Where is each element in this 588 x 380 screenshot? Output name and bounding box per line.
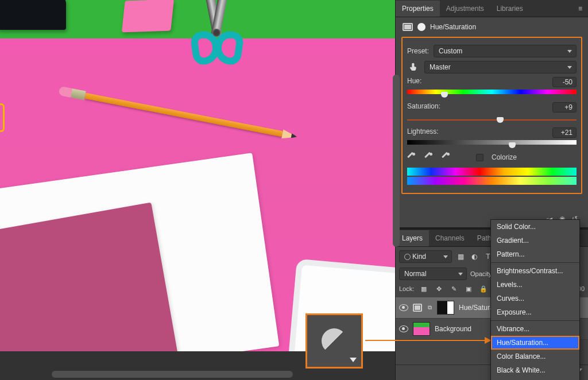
- lock-all-icon[interactable]: 🔒: [478, 284, 489, 294]
- lock-move-icon[interactable]: ✥: [434, 284, 444, 294]
- lock-label: Lock:: [399, 285, 414, 292]
- hue-slider[interactable]: Hue: -50: [407, 77, 577, 95]
- spectrum-after: [407, 177, 577, 185]
- saturation-slider[interactable]: Saturation: +9: [407, 102, 577, 121]
- hue-label: Hue:: [407, 77, 421, 87]
- saturation-label: Saturation:: [407, 102, 440, 113]
- properties-highlight-box: Preset: Custom Master Hue: -50: [401, 37, 582, 194]
- adjustment-type-header: Hue/Saturation: [401, 22, 582, 37]
- eyedropper-icon[interactable]: [408, 153, 417, 162]
- document-canvas[interactable]: [0, 0, 395, 351]
- menu-separator: [491, 320, 579, 321]
- menu-item[interactable]: Brightness/Contrast...: [491, 264, 579, 278]
- menu-item[interactable]: Solid Color...: [491, 220, 579, 234]
- adjustment-layer-icon: [413, 304, 422, 312]
- lock-transparent-icon[interactable]: ▩: [419, 284, 429, 294]
- lock-image-icon[interactable]: ✎: [448, 284, 459, 294]
- image-scissors: [178, 0, 253, 73]
- menu-item[interactable]: Black & White...: [491, 363, 579, 377]
- menu-item[interactable]: Pattern...: [491, 247, 579, 261]
- link-icon[interactable]: ⧉: [427, 304, 432, 311]
- panel-menu-icon[interactable]: ≡: [572, 5, 588, 13]
- eyedropper-subtract-icon[interactable]: [443, 153, 452, 162]
- lock-artboard-icon[interactable]: ▣: [463, 284, 474, 294]
- image-pink-paper: [0, 203, 179, 351]
- saturation-value[interactable]: +9: [552, 102, 577, 113]
- properties-tabs: Properties Adjustments Libraries ≡: [396, 0, 588, 17]
- new-adjustment-layer-menu[interactable]: Solid Color...Gradient...Pattern...Brigh…: [490, 219, 580, 380]
- menu-item[interactable]: Photo Filter...: [491, 377, 579, 380]
- image-content: [0, 0, 395, 351]
- preset-dropdown[interactable]: Custom: [434, 45, 577, 57]
- visibility-icon[interactable]: [399, 303, 408, 312]
- tab-adjustments[interactable]: Adjustments: [440, 1, 490, 17]
- menu-item[interactable]: Hue/Saturation...: [491, 336, 579, 350]
- lightness-slider[interactable]: Lightness: +21: [407, 127, 577, 146]
- lightness-label: Lightness:: [407, 127, 439, 138]
- lightness-value[interactable]: +21: [552, 127, 577, 138]
- image-stapler: [0, 0, 66, 30]
- blend-mode-dropdown[interactable]: Normal: [399, 267, 467, 280]
- filter-pixel-icon[interactable]: ▦: [455, 251, 466, 262]
- tab-libraries[interactable]: Libraries: [490, 1, 529, 17]
- dropdown-caret-icon: [350, 358, 357, 362]
- hue-value[interactable]: -50: [552, 77, 577, 87]
- image-pencil: [84, 93, 283, 137]
- layer-thumbnail[interactable]: [413, 322, 430, 336]
- menu-item[interactable]: Curves...: [491, 292, 579, 305]
- tab-channels[interactable]: Channels: [429, 230, 471, 246]
- callout-adjustment-button: [305, 313, 363, 369]
- colorize-checkbox[interactable]: [476, 154, 483, 161]
- menu-item[interactable]: Gradient...: [491, 234, 579, 247]
- preset-label: Preset:: [407, 47, 429, 55]
- menu-item[interactable]: Color Balance...: [491, 350, 579, 363]
- layer-name[interactable]: Background: [435, 325, 471, 333]
- adjustment-title: Hue/Saturation: [430, 23, 476, 31]
- layer-filter-kind[interactable]: Kind: [399, 250, 452, 263]
- visibility-icon[interactable]: [399, 324, 408, 334]
- targeted-adjustment-icon[interactable]: [407, 61, 420, 73]
- mask-thumbnail[interactable]: [437, 301, 454, 315]
- eyedropper-add-icon[interactable]: [425, 153, 435, 162]
- adjustment-layer-button-icon: [322, 328, 347, 354]
- menu-item[interactable]: Levels...: [491, 278, 579, 292]
- menu-separator: [491, 262, 579, 263]
- spectrum-before: [407, 168, 577, 176]
- horizontal-scrollbar[interactable]: [52, 371, 293, 378]
- tab-properties[interactable]: Properties: [396, 1, 440, 17]
- filter-adjustment-icon[interactable]: ◐: [469, 251, 479, 262]
- callout-arrow: [365, 340, 490, 341]
- image-paperclip: [0, 103, 5, 132]
- menu-item[interactable]: Vibrance...: [491, 322, 579, 336]
- image-eraser: [122, 0, 174, 32]
- colorize-label: Colorize: [492, 153, 517, 161]
- menu-item[interactable]: Exposure...: [491, 305, 579, 319]
- channel-dropdown[interactable]: Master: [424, 61, 577, 73]
- adjustment-icon: [403, 23, 413, 31]
- layer-mask-icon: [417, 23, 425, 31]
